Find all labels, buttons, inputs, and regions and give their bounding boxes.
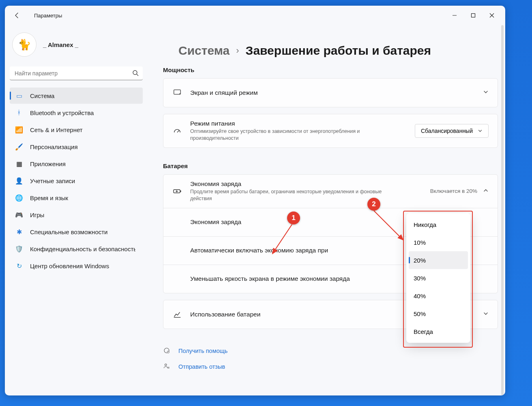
- auto-on-dropdown-popup: Никогда 10% 20% 30% 40% 50% Всегда: [406, 213, 470, 343]
- feedback-link[interactable]: Отправить отзыв: [163, 363, 498, 371]
- card-power-mode: Режим питания Оптимизируйте свое устройс…: [163, 114, 498, 148]
- wifi-icon: 📶: [15, 126, 23, 133]
- footer-links: ? Получить помощь Отправить отзыв: [163, 347, 498, 371]
- apps-icon: ▦: [15, 160, 23, 167]
- accessibility-icon: ✱: [15, 228, 23, 235]
- svg-rect-1: [472, 14, 475, 17]
- display-icon: ▭: [15, 92, 23, 99]
- link-label: Получить помощь: [178, 348, 227, 354]
- sidebar-item-network[interactable]: 📶Сеть & и Интернет: [10, 122, 143, 138]
- row-title: Режим питания: [190, 120, 407, 127]
- row-battery-saver[interactable]: Экономия заряда Продлите время работы ба…: [163, 175, 498, 208]
- sidebar-item-label: Игры: [30, 212, 44, 218]
- search-icon: [132, 70, 139, 78]
- row-title: Экономия заряда: [190, 180, 422, 188]
- help-icon: ?: [163, 347, 170, 355]
- sidebar-item-label: Учетные записи: [30, 177, 75, 184]
- svg-point-2: [133, 71, 137, 75]
- back-button[interactable]: [11, 9, 24, 22]
- dropdown-option-30[interactable]: 30%: [409, 269, 468, 287]
- svg-point-5: [179, 93, 180, 94]
- gamepad-icon: 🎮: [15, 211, 23, 218]
- bluetooth-icon: ᚼ: [15, 109, 23, 116]
- sidebar-item-label: Центр обновления Windows: [30, 263, 109, 269]
- sidebar-item-label: Время и язык: [30, 194, 68, 201]
- sidebar-item-label: Приложения: [30, 160, 66, 167]
- scrollbar[interactable]: [501, 25, 504, 395]
- sidebar-item-label: Специальные возможности: [30, 229, 108, 235]
- profile-block[interactable]: 🐈 _ Almanex _: [10, 25, 143, 66]
- close-button[interactable]: [483, 9, 501, 22]
- feedback-icon: [163, 363, 170, 371]
- dropdown-option-never[interactable]: Никогда: [409, 216, 468, 233]
- sidebar-item-windowsupdate[interactable]: ↻Центр обновления Windows: [10, 258, 143, 274]
- sidebar-item-gaming[interactable]: 🎮Игры: [10, 207, 143, 223]
- row-subtitle: Продлите время работы батареи, ограничив…: [190, 188, 401, 202]
- power-mode-dropdown[interactable]: Сбалансированный: [415, 124, 489, 138]
- sidebar-item-accessibility[interactable]: ✱Специальные возможности: [10, 224, 143, 240]
- sidebar-item-time[interactable]: 🌐Время и язык: [10, 190, 143, 206]
- sidebar: 🐈 _ Almanex _ ▭Система ᚼBluetooth и устр…: [5, 25, 148, 395]
- chart-icon: [172, 310, 182, 319]
- dropdown-option-10[interactable]: 10%: [409, 233, 468, 251]
- sidebar-item-system[interactable]: ▭Система: [10, 88, 143, 104]
- section-battery-label: Батарея: [163, 162, 498, 169]
- brush-icon: 🖌️: [15, 143, 23, 150]
- sidebar-item-accounts[interactable]: 👤Учетные записи: [10, 173, 143, 189]
- user-name: _ Almanex _: [43, 41, 78, 48]
- settings-window: Параметры 🐈 _ Almanex _ ▭Система ᚼBlueto…: [5, 6, 505, 395]
- sidebar-item-label: Система: [30, 92, 54, 99]
- get-help-link[interactable]: ? Получить помощь: [163, 347, 498, 355]
- card-screen-sleep[interactable]: Экран и спящий режим: [163, 78, 498, 107]
- chevron-down-icon: [483, 89, 489, 96]
- sidebar-item-bluetooth[interactable]: ᚼBluetooth и устройства: [10, 105, 143, 121]
- sidebar-item-label: Bluetooth и устройства: [30, 109, 94, 116]
- maximize-button[interactable]: [464, 9, 483, 22]
- gauge-icon: [172, 126, 182, 136]
- row-title: Уменьшать яркость экрана в режиме эконом…: [190, 275, 350, 282]
- shield-icon: 🛡️: [15, 245, 23, 252]
- monitor-icon: [172, 88, 182, 98]
- person-icon: 👤: [15, 177, 23, 184]
- minimize-button[interactable]: [445, 9, 464, 22]
- page-title: Завершение работы и батарея: [246, 44, 431, 58]
- sidebar-item-privacy[interactable]: 🛡️Конфиденциальность и безопасность: [10, 241, 143, 257]
- link-label: Отправить отзыв: [178, 363, 225, 370]
- breadcrumb-parent[interactable]: Система: [178, 44, 230, 58]
- nav-list: ▭Система ᚼBluetooth и устройства 📶Сеть &…: [10, 88, 143, 274]
- app-title: Параметры: [34, 13, 62, 19]
- titlebar: Параметры: [5, 6, 505, 25]
- section-power-label: Мощность: [163, 66, 498, 73]
- chevron-down-icon: [478, 128, 483, 133]
- sidebar-item-personalization[interactable]: 🖌️Персонализация: [10, 139, 143, 155]
- chevron-up-icon: [483, 188, 489, 195]
- row-title: Экран и спящий режим: [190, 89, 475, 96]
- dropdown-option-always[interactable]: Всегда: [409, 323, 468, 340]
- row-title: Экономия заряда: [190, 218, 241, 226]
- svg-rect-8: [180, 190, 181, 192]
- dropdown-option-50[interactable]: 50%: [409, 305, 468, 323]
- globe-icon: 🌐: [15, 194, 23, 201]
- svg-line-3: [137, 74, 138, 76]
- svg-text:?: ?: [168, 351, 169, 353]
- search-input[interactable]: [10, 66, 143, 80]
- chevron-right-icon: ›: [236, 45, 239, 56]
- sidebar-item-label: Персонализация: [30, 143, 78, 150]
- dropdown-value: Сбалансированный: [421, 128, 473, 134]
- sidebar-item-label: Сеть & и Интернет: [30, 126, 83, 133]
- breadcrumb: Система › Завершение работы и батарея: [163, 25, 498, 66]
- sidebar-item-apps[interactable]: ▦Приложения: [10, 156, 143, 172]
- dropdown-option-20[interactable]: 20%: [409, 251, 468, 269]
- battery-saver-icon: [172, 186, 182, 196]
- row-subtitle: Оптимизируйте свое устройство в зависимо…: [190, 128, 401, 142]
- chevron-down-icon: [483, 311, 489, 318]
- sidebar-item-label: Конфиденциальность и безопасность: [30, 246, 135, 252]
- battery-saver-state: Включается в 20%: [430, 188, 477, 194]
- row-title: Автоматически включать экономию заряда п…: [190, 247, 328, 254]
- dropdown-option-40[interactable]: 40%: [409, 287, 468, 305]
- svg-point-13: [165, 364, 167, 366]
- avatar: 🐈: [12, 32, 36, 57]
- update-icon: ↻: [15, 262, 23, 269]
- svg-line-6: [177, 130, 179, 132]
